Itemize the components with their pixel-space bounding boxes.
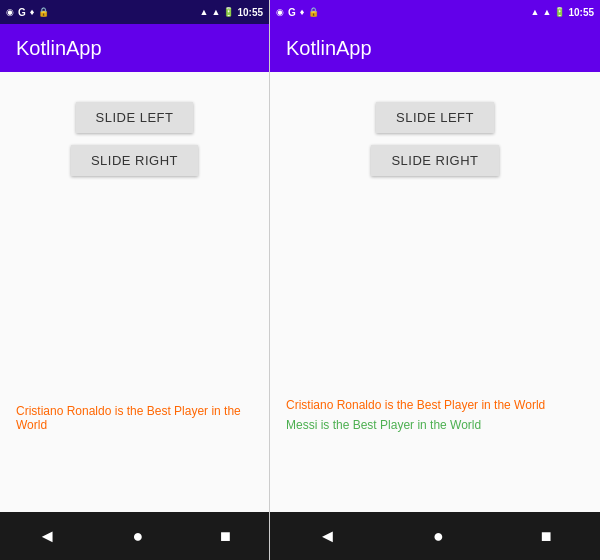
left-message-orange: Cristiano Ronaldo is the Best Player in … [16,404,253,432]
left-nav-bar: ◄ ● ■ [0,512,269,560]
right-battery-icon: 🔋 [554,7,565,17]
left-status-icons-right: ▲ ▲ 🔋 10:55 [200,7,263,18]
left-app-title: KotlinApp [16,37,102,60]
left-slide-left-button[interactable]: SLIDE LEFT [76,102,194,133]
left-wifi-icon: ▲ [212,7,221,17]
right-status-bar: ◉ G ♦ 🔒 ▲ ▲ 🔋 10:55 [270,0,600,24]
right-app-bar: KotlinApp [270,24,600,72]
right-slide-left-button[interactable]: SLIDE LEFT [376,102,494,133]
right-content: SLIDE LEFT SLIDE RIGHT Cristiano Ronaldo… [270,72,600,512]
right-back-button[interactable]: ◄ [318,526,336,547]
right-status-icons-right: ▲ ▲ 🔋 10:55 [531,7,594,18]
right-recents-button[interactable]: ■ [541,526,552,547]
left-nav-icon: ◉ [6,7,14,17]
right-location-icon: ♦ [300,7,305,17]
left-battery-icon: 🔋 [223,7,234,17]
left-content: SLIDE LEFT SLIDE RIGHT Cristiano Ronaldo… [0,72,269,512]
right-message-green: Messi is the Best Player in the World [286,418,584,432]
right-app-title: KotlinApp [286,37,372,60]
right-nav-icon: ◉ [276,7,284,17]
right-lock-icon: 🔒 [308,7,319,17]
left-messages-container: Cristiano Ronaldo is the Best Player in … [16,404,253,432]
left-lock-icon: 🔒 [38,7,49,17]
left-app-bar: KotlinApp [0,24,269,72]
left-status-bar: ◉ G ♦ 🔒 ▲ ▲ 🔋 10:55 [0,0,269,24]
right-message-orange: Cristiano Ronaldo is the Best Player in … [286,398,584,412]
left-signal-icon: ▲ [200,7,209,17]
left-recents-button[interactable]: ■ [220,526,231,547]
right-status-icons-left: ◉ G ♦ 🔒 [276,7,319,18]
left-status-icons-left: ◉ G ♦ 🔒 [6,7,49,18]
left-g-icon: G [18,7,26,18]
left-home-button[interactable]: ● [133,526,144,547]
left-location-icon: ♦ [30,7,35,17]
right-wifi-icon: ▲ [543,7,552,17]
right-home-button[interactable]: ● [433,526,444,547]
right-slide-right-button[interactable]: SLIDE RIGHT [371,145,498,176]
right-phone: ◉ G ♦ 🔒 ▲ ▲ 🔋 10:55 KotlinApp SLIDE LEFT… [270,0,600,560]
left-phone: ◉ G ♦ 🔒 ▲ ▲ 🔋 10:55 KotlinApp SLIDE LEFT… [0,0,270,560]
left-back-button[interactable]: ◄ [38,526,56,547]
right-messages-container: Cristiano Ronaldo is the Best Player in … [286,398,584,432]
left-slide-right-button[interactable]: SLIDE RIGHT [71,145,198,176]
right-time: 10:55 [568,7,594,18]
right-nav-bar: ◄ ● ■ [270,512,600,560]
right-signal-icon: ▲ [531,7,540,17]
left-time: 10:55 [237,7,263,18]
right-g-icon: G [288,7,296,18]
